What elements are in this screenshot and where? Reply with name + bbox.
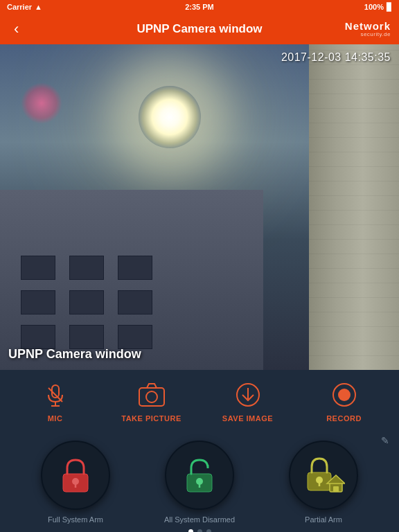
- disarmed-circle: [165, 441, 234, 510]
- disarmed-lock-icon: [180, 456, 219, 495]
- sun-element: [139, 86, 201, 148]
- status-right: 100% ▊: [364, 3, 392, 12]
- edit-pencil-icon[interactable]: ✎: [381, 435, 389, 446]
- battery-text: 100%: [364, 3, 384, 11]
- svg-point-5: [146, 391, 157, 402]
- camera-label: UPNP Camera window: [8, 347, 141, 362]
- brand-sub: security.de: [360, 31, 391, 37]
- mic-off-icon: [43, 382, 68, 407]
- camera-scene: 2017-12-03 14:35:35 UPNP Camera window: [0, 44, 399, 370]
- partial-arm-circle: [289, 441, 358, 510]
- back-button[interactable]: ‹: [8, 17, 24, 41]
- battery-icon: ▊: [387, 3, 392, 12]
- brand-logo: Network security.de: [345, 21, 391, 37]
- building-left: [0, 190, 263, 370]
- full-arm-circle: [41, 441, 110, 510]
- wifi-icon: ▲: [35, 3, 42, 11]
- dot-1: [188, 529, 193, 532]
- brand-name: Network: [345, 21, 391, 31]
- save-image-button[interactable]: SAVE IMAGE: [200, 380, 296, 423]
- mic-button[interactable]: MIC: [7, 380, 103, 423]
- mic-icon-wrapper: [40, 380, 71, 410]
- disarmed-label: All System Disarmed: [164, 515, 235, 524]
- status-bar: Carrier ▲ 2:35 PM 100% ▊: [0, 0, 399, 14]
- partial-arm-label: Partial Arm: [305, 515, 342, 524]
- svg-rect-21: [333, 486, 339, 492]
- page-dots: [188, 529, 211, 532]
- controls-bar: MIC TAKE PICTURE SAVE IMAGE: [0, 370, 399, 432]
- camera-view: 2017-12-03 14:35:35 UPNP Camera window: [0, 44, 399, 370]
- take-picture-label: TAKE PICTURE: [121, 414, 181, 423]
- status-left: Carrier ▲: [7, 3, 42, 11]
- record-icon-wrapper: [329, 380, 360, 410]
- nav-bar: ‹ UPNP Camera window Network security.de: [0, 14, 399, 44]
- arm-buttons: Full System Arm All System Disarmed: [0, 432, 399, 524]
- take-picture-button[interactable]: TAKE PICTURE: [103, 380, 200, 423]
- dot-2: [197, 529, 202, 532]
- full-arm-lock-icon: [56, 456, 95, 495]
- full-arm-label: Full System Arm: [48, 515, 103, 524]
- download-icon: [236, 382, 260, 407]
- svg-rect-4: [139, 388, 164, 406]
- record-icon: [332, 382, 357, 407]
- disarmed-button[interactable]: All System Disarmed: [164, 441, 235, 524]
- camera-icon: [138, 382, 166, 407]
- dot-3: [206, 529, 211, 532]
- partial-arm-lock-icon: [302, 456, 345, 495]
- download-icon-wrapper: [233, 380, 263, 410]
- bottom-area: ✎ Full System Arm: [0, 432, 399, 532]
- building-right-wall: [309, 44, 399, 370]
- nav-title: UPNP Camera window: [136, 22, 262, 36]
- full-arm-button[interactable]: Full System Arm: [41, 441, 110, 524]
- partial-arm-button[interactable]: Partial Arm: [289, 441, 358, 524]
- status-time: 2:35 PM: [185, 3, 214, 11]
- camera-icon-wrapper: [136, 380, 167, 410]
- camera-timestamp: 2017-12-03 14:35:35: [281, 51, 391, 64]
- lens-flare: [21, 82, 62, 124]
- svg-point-9: [338, 389, 351, 401]
- carrier-text: Carrier: [7, 3, 32, 11]
- record-button[interactable]: RECORD: [296, 380, 392, 423]
- record-label: RECORD: [326, 414, 362, 423]
- mic-label: MIC: [48, 414, 63, 423]
- save-image-label: SAVE IMAGE: [222, 414, 273, 423]
